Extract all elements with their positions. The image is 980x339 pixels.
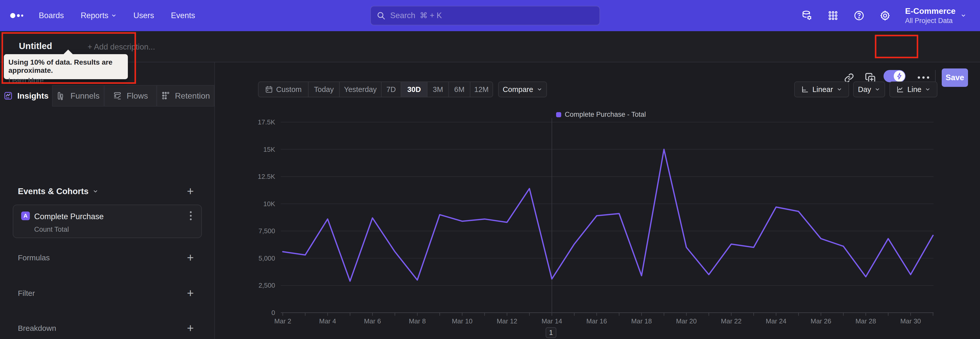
tab-funnels[interactable]: Funnels — [52, 85, 104, 107]
section-filter: Filter — [18, 289, 35, 297]
x-axis-label: Mar 28 — [848, 317, 883, 325]
range-7d[interactable]: 7D — [382, 82, 401, 97]
retention-icon — [161, 91, 170, 101]
chevron-down-icon — [925, 86, 931, 92]
save-button[interactable]: Save — [942, 69, 968, 87]
range-6m[interactable]: 6M — [449, 82, 470, 97]
search-input[interactable] — [390, 11, 589, 20]
range-custom[interactable]: Custom — [259, 82, 309, 97]
x-axis-label: Mar 14 — [534, 317, 570, 325]
y-axis-label: 7,500 — [237, 227, 275, 235]
event-name[interactable]: Complete Purchase — [34, 212, 103, 221]
x-axis-label: Mar 6 — [355, 317, 390, 325]
tab-insights[interactable]: Insights — [0, 85, 52, 107]
chevron-down-icon — [875, 86, 880, 92]
chart-plot-area[interactable] — [281, 120, 934, 313]
events-cohorts-header[interactable]: Events & Cohorts — [18, 187, 98, 196]
y-axis-label: 12.5K — [237, 173, 275, 181]
x-axis-label: Mar 8 — [399, 317, 435, 325]
event-card[interactable]: A Complete Purchase Count Total — [13, 205, 202, 238]
chevron-down-icon — [837, 86, 842, 92]
chevron-down-icon — [537, 86, 542, 92]
chevron-down-icon — [961, 13, 966, 18]
x-axis-label: Mar 26 — [803, 317, 839, 325]
app-window: Boards Reports Users Events — [0, 0, 980, 339]
nav-item-reports[interactable]: Reports — [81, 11, 117, 20]
toggle-knob — [894, 70, 905, 82]
search-bar[interactable] — [370, 6, 600, 25]
x-axis-label: Mar 22 — [713, 317, 749, 325]
query-sidebar: Insights Funnels Flows — [0, 62, 215, 339]
x-axis-label: Mar 30 — [893, 317, 928, 325]
chevron-down-icon — [111, 13, 117, 18]
range-today[interactable]: Today — [309, 82, 340, 97]
event-kebab-icon[interactable] — [190, 211, 192, 221]
y-axis-label: 2,500 — [237, 281, 275, 289]
nav-item-events[interactable]: Events — [171, 11, 195, 20]
project-name: E-Commerce — [905, 6, 956, 16]
x-axis-label: Mar 16 — [579, 317, 614, 325]
y-axis-label: 17.5K — [237, 118, 275, 126]
tab-flows[interactable]: Flows — [104, 85, 157, 107]
range-12m[interactable]: 12M — [470, 82, 493, 97]
tab-label: Funnels — [70, 91, 100, 101]
event-metric[interactable]: Count Total — [34, 225, 69, 233]
y-axis-label: 5,000 — [237, 254, 275, 262]
nav-menu: Boards Reports Users Events — [39, 0, 195, 31]
calendar-icon — [265, 85, 273, 93]
project-scope: All Project Data — [905, 17, 956, 25]
chevron-down-icon — [93, 189, 98, 194]
chart-legend-item[interactable]: Complete Purchase - Total — [556, 110, 646, 118]
nav-right-cluster: E-Commerce All Project Data — [801, 0, 966, 31]
more-options-icon[interactable] — [918, 77, 930, 79]
help-icon[interactable] — [853, 10, 865, 21]
learn-more-link[interactable]: Learn More — [8, 77, 44, 85]
axis-icon — [801, 86, 809, 93]
tab-label: Insights — [18, 91, 49, 101]
lightning-bolt-icon — [896, 72, 903, 80]
section-formulas: Formulas — [18, 253, 50, 262]
x-axis-label: Mar 12 — [489, 317, 525, 325]
y-axis-label: 0 — [237, 309, 275, 317]
report-title[interactable]: Untitled — [19, 41, 52, 51]
tab-retention[interactable]: Retention — [157, 85, 215, 107]
project-switcher[interactable]: E-Commerce All Project Data — [905, 6, 966, 25]
logo-dots-icon — [9, 10, 27, 21]
tooltip-message: Using 10% of data. Results are approxima… — [8, 58, 123, 75]
data-management-icon[interactable] — [801, 10, 813, 21]
x-axis-label: Mar 24 — [758, 317, 794, 325]
chart-type-dropdown[interactable]: Line — [889, 82, 937, 98]
events-cohorts-label: Events & Cohorts — [18, 187, 89, 196]
range-yesterday[interactable]: Yesterday — [340, 82, 382, 97]
tab-label: Flows — [127, 91, 148, 101]
mixpanel-logo[interactable] — [9, 0, 27, 31]
x-axis-label: Mar 2 — [265, 317, 301, 325]
x-axis-label: Mar 20 — [669, 317, 704, 325]
legend-label: Complete Purchase - Total — [565, 110, 646, 118]
flows-icon — [113, 91, 122, 101]
legend-swatch — [556, 112, 561, 117]
scale-dropdown[interactable]: Linear — [794, 82, 849, 98]
section-breakdown: Breakdown — [18, 324, 56, 333]
range-3m[interactable]: 3M — [428, 82, 449, 97]
event-letter-badge: A — [21, 211, 30, 220]
add-event-button[interactable]: + — [185, 185, 196, 197]
tooltip-arrow — [63, 50, 73, 55]
sampling-tooltip: Using 10% of data. Results are approxima… — [4, 54, 128, 79]
insights-icon — [3, 91, 13, 101]
add-filter-button[interactable]: + — [185, 288, 196, 299]
nav-item-boards[interactable]: Boards — [39, 11, 64, 20]
add-breakdown-button[interactable]: + — [185, 322, 196, 334]
compare-button[interactable]: Compare — [498, 82, 547, 98]
y-axis-label: 10K — [237, 200, 275, 208]
add-description[interactable]: + Add description... — [88, 42, 155, 51]
nav-item-users[interactable]: Users — [134, 11, 154, 20]
sampling-toggle[interactable] — [883, 70, 905, 82]
pagination-page-button[interactable]: 1 — [546, 327, 556, 338]
range-30d[interactable]: 30D — [401, 82, 428, 97]
add-formula-button[interactable]: + — [185, 252, 196, 263]
apps-grid-icon[interactable] — [827, 10, 839, 21]
settings-icon[interactable] — [879, 10, 891, 21]
report-header: Untitled Sampled + Add description... — [0, 31, 980, 62]
granularity-dropdown[interactable]: Day — [853, 82, 885, 98]
